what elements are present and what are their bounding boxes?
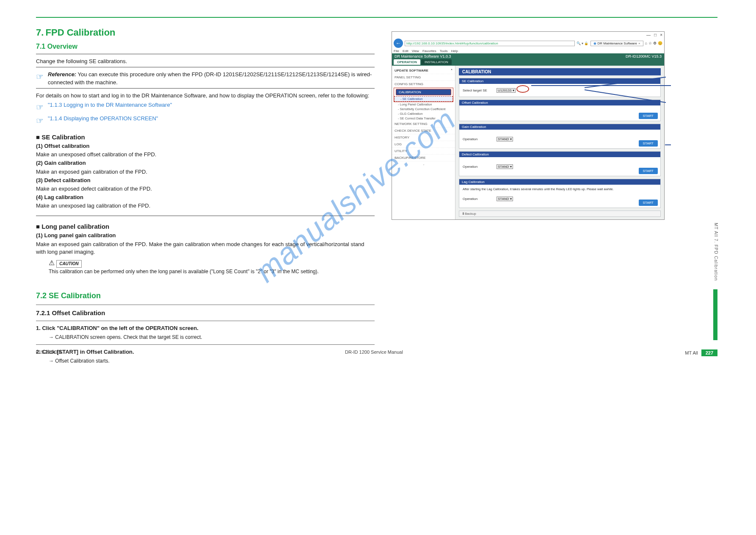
caution-label: CAUTION: [56, 260, 82, 268]
menu-tools[interactable]: Tools: [440, 49, 448, 53]
body: Make an exposed gain calibration of the …: [36, 241, 375, 256]
side-vertical-label: MT All 7. FPD Calibration: [714, 223, 718, 281]
select-lag-op[interactable]: STAND ▾: [497, 197, 513, 201]
right-column: — □ × ← http://192.168.0.10:10935/index.…: [392, 26, 717, 366]
panel-body: Operation STAND ▾ START: [459, 157, 660, 176]
section-number: 7.: [36, 27, 44, 38]
sidebar-sub-se[interactable]: - SE Calibration: [394, 96, 453, 102]
footer-right: MT All 227: [685, 349, 717, 356]
step-2-arrow: → Offset Calibration starts.: [49, 358, 375, 365]
home-icon[interactable]: ⌂: [645, 41, 647, 45]
annotation-circle-select: [516, 85, 529, 93]
body: Make an unexposed offset calibration of …: [36, 151, 375, 158]
sidebar-item[interactable]: CONFIG SETTING: [392, 81, 455, 88]
top-rule: [36, 17, 717, 18]
hr: [36, 321, 375, 321]
panel-body: START: [459, 105, 660, 121]
cap: (2) Gain calibration: [36, 159, 375, 167]
close-icon[interactable]: ×: [660, 33, 662, 37]
hand-icon: ☞: [36, 115, 48, 127]
menu-view[interactable]: View: [412, 49, 419, 53]
step-1-arrow: → CALIBRATION screen opens. Check that t…: [49, 334, 375, 341]
start-button-gain[interactable]: START: [639, 140, 658, 147]
page: 7. FPD Calibration 7.1 Overview Change t…: [36, 17, 717, 366]
app-tabs: OPERATION INSTALLATION: [392, 59, 664, 66]
star-icon[interactable]: ☆: [648, 41, 652, 45]
gear-icon[interactable]: ⚙: [653, 41, 657, 45]
menu-fav[interactable]: Favorites: [422, 49, 436, 53]
sidebar-sub[interactable]: - Long Panel Calibration: [392, 102, 455, 107]
block-long-panel: ■ Long panel calibration (1) Long panel …: [36, 222, 375, 275]
panel-header: Gain Calibration: [459, 124, 660, 130]
panel-header: Offset Calibration: [459, 100, 660, 105]
hand-icon: ☞: [36, 101, 48, 113]
url-field[interactable]: http://192.168.0.10:10935/index.html#/to…: [405, 41, 575, 46]
sidebar: UPDATE SOFTWARE˄ PANEL SETTING CONFIG SE…: [392, 66, 455, 219]
max-icon[interactable]: □: [654, 33, 657, 37]
search-indicator: 🔍 ▾ 🔒: [577, 42, 588, 45]
cap: (3) Defect calibration: [36, 177, 375, 184]
smile-icon[interactable]: 😊: [658, 41, 662, 45]
panel-body: Select target SE U120133 ▾: [459, 84, 660, 97]
section-heading: 7. FPD Calibration: [36, 26, 375, 39]
cap: (1) Long panel gain calibration: [36, 232, 375, 239]
browser-tab[interactable]: ◉ DR Maintenance Software ×: [590, 41, 643, 46]
label: Operation: [463, 137, 492, 141]
block-head: ■ SE Calibration: [36, 133, 375, 141]
sidebar-sub[interactable]: - SE Correct Data Transfer: [392, 116, 455, 121]
start-button-offset[interactable]: START: [639, 113, 658, 119]
start-button-lag[interactable]: START: [639, 200, 658, 206]
menu-help[interactable]: Help: [451, 49, 458, 53]
menu-file[interactable]: File: [394, 49, 399, 53]
sidebar-item[interactable]: UTILITY: [392, 148, 455, 155]
block-head: ■ Long panel calibration: [36, 222, 375, 231]
select-gain-op[interactable]: STAND ▾: [497, 137, 513, 141]
sidebar-item[interactable]: LOG: [392, 141, 455, 148]
label: Operation: [463, 165, 492, 169]
panel-body: After starting the Lag Calibration, it t…: [459, 185, 660, 208]
panel-se: SE Calibration Select target SE U120133 …: [459, 78, 661, 97]
sub-721: 7.2.1 Offset Calibration: [36, 308, 375, 317]
section-title: FPD Calibration: [46, 27, 116, 38]
min-icon[interactable]: —: [646, 33, 651, 37]
sidebar-item[interactable]: NETWORK SETTING: [392, 121, 455, 128]
menu-edit[interactable]: Edit: [403, 49, 408, 53]
reference-row-2b: ☞ "1.1.4 Displaying the OPERATION SCREEN…: [36, 115, 375, 127]
caution-body: This calibration can be performed only w…: [49, 269, 375, 275]
back-button[interactable]: ←: [394, 39, 403, 48]
app-screenshot: — □ × ← http://192.168.0.10:10935/index.…: [392, 31, 665, 220]
select-defect-op[interactable]: STAND ▾: [497, 164, 513, 169]
main-panel: CALIBRATION SE Calibration Select target…: [455, 66, 664, 219]
app-version: DR-ID1200MC V15.3: [626, 54, 662, 58]
ref1: Reference: You can execute this procedur…: [48, 71, 375, 86]
sidebar-item[interactable]: BACKUP/RESTORE: [392, 155, 455, 161]
scroll-indicator: ˅: [392, 161, 455, 170]
panel-body: Operation STAND ▾ START: [459, 130, 660, 148]
start-button-defect[interactable]: START: [639, 168, 658, 174]
hr: [36, 67, 375, 67]
hr: [36, 344, 375, 345]
lag-note: After starting the Lag Calibration, it t…: [463, 187, 614, 191]
panel-lag: Lag Calibration After starting the Lag C…: [459, 179, 661, 208]
sidebar-sub[interactable]: - Sensitivity Correction Coefficient: [392, 107, 455, 111]
tab-operation[interactable]: OPERATION: [394, 59, 420, 65]
tab-close-icon[interactable]: ×: [638, 42, 640, 45]
panel-defect: Defect Calibration Operation STAND ▾ STA…: [459, 151, 661, 176]
body: Make an exposed defect calibration of th…: [36, 185, 375, 193]
ref-link-1[interactable]: "1.1.3 Logging in to the DR Maintenance …: [48, 101, 375, 113]
sidebar-sub[interactable]: - GLG Calibration: [392, 111, 455, 116]
sidebar-item-calibration[interactable]: CALIBRATION: [396, 89, 451, 95]
sidebar-item[interactable]: HISTORY: [392, 134, 455, 141]
sidebar-item[interactable]: PANEL SETTING: [392, 74, 455, 81]
sidebar-item[interactable]: CHECK DEVICE STATE: [392, 128, 455, 134]
backup-button[interactable]: ⬇Backup: [459, 211, 661, 217]
columns: 7. FPD Calibration 7.1 Overview Change t…: [36, 26, 717, 366]
select-target-se[interactable]: U120133 ▾: [497, 88, 516, 93]
ref-link-2[interactable]: "1.1.4 Displaying the OPERATION SCREEN": [48, 115, 375, 127]
sidebar-item[interactable]: UPDATE SOFTWARE˄: [392, 67, 455, 74]
tab-installation[interactable]: INSTALLATION: [421, 59, 452, 65]
page-number: 227: [701, 349, 717, 356]
fav-icons: ⌂ ☆ ⚙ 😊: [645, 41, 662, 45]
intro-text: Change the following SE calibrations.: [36, 58, 375, 65]
annotation-box-1: CALIBRATION - SE Calibration: [394, 88, 453, 102]
